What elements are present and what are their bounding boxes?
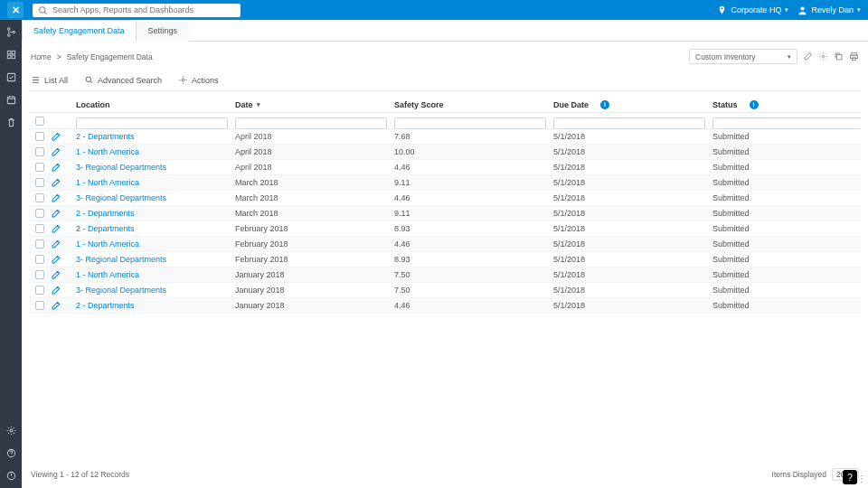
date-cell: March 2018 <box>235 178 394 187</box>
col-location[interactable]: Location <box>76 100 235 109</box>
list-all-button[interactable]: List All <box>31 75 68 85</box>
main-area: Safety Engagement DataSettings Home > Sa… <box>22 20 868 488</box>
info-icon[interactable]: i <box>600 100 609 109</box>
status-cell: Submitted <box>712 178 861 187</box>
user-menu[interactable]: Revely Dan ▾ <box>797 5 861 15</box>
row-checkbox[interactable] <box>35 270 44 279</box>
edit-row-icon[interactable] <box>51 286 76 296</box>
row-checkbox[interactable] <box>35 209 44 218</box>
edit-row-icon[interactable] <box>51 301 76 311</box>
location-link[interactable]: 2 - Departments <box>76 301 235 310</box>
filter-score[interactable] <box>394 117 546 129</box>
actions-button[interactable]: Actions <box>178 75 219 85</box>
nav-tasks-icon[interactable] <box>6 72 16 82</box>
chevron-down-icon: ▾ <box>785 6 788 14</box>
nav-power-icon[interactable] <box>6 471 16 481</box>
col-due-date[interactable]: Due Date i <box>553 100 712 109</box>
tab-safety-engagement-data[interactable]: Safety Engagement Data <box>22 20 137 42</box>
location-link[interactable]: 3- Regional Departments <box>76 255 235 264</box>
location-link[interactable]: 1 - North America <box>76 147 235 156</box>
nav-settings-icon[interactable] <box>6 426 16 436</box>
due-cell: 5/1/2018 <box>553 163 712 172</box>
search-input[interactable] <box>52 5 235 14</box>
global-search[interactable] <box>33 4 241 17</box>
location-link[interactable]: 1 - North America <box>76 239 235 249</box>
edit-row-icon[interactable] <box>51 239 76 249</box>
location-link[interactable]: 3- Regional Departments <box>76 163 235 172</box>
nav-calendar-icon[interactable] <box>6 95 16 105</box>
nav-trash-icon[interactable] <box>6 117 16 127</box>
table-row: 1 - North AmericaJanuary 20187.505/1/201… <box>29 267 861 283</box>
location-switcher[interactable]: Corporate HQ ▾ <box>717 5 788 15</box>
edit-row-icon[interactable] <box>51 209 76 219</box>
table-row: 2 - DepartmentsFebruary 20188.935/1/2018… <box>29 221 861 237</box>
nav-branch-icon[interactable] <box>6 27 16 37</box>
filter-status[interactable] <box>712 117 861 129</box>
edit-row-icon[interactable] <box>51 163 76 173</box>
location-link[interactable]: 3- Regional Departments <box>76 193 235 202</box>
actions-label: Actions <box>192 76 219 85</box>
row-checkbox[interactable] <box>35 224 44 233</box>
chevron-down-icon: ▾ <box>788 53 791 61</box>
status-cell: Submitted <box>712 193 861 202</box>
row-checkbox[interactable] <box>35 239 44 249</box>
row-checkbox[interactable] <box>35 132 44 141</box>
col-date[interactable]: Date▾ <box>235 100 394 109</box>
row-checkbox[interactable] <box>35 163 44 172</box>
score-cell: 8.93 <box>394 224 553 233</box>
edit-row-icon[interactable] <box>51 132 76 142</box>
filter-location[interactable] <box>76 117 228 129</box>
floating-menu-icon[interactable]: ⋮ <box>857 474 866 483</box>
due-cell: 5/1/2018 <box>553 209 712 218</box>
edit-row-icon[interactable] <box>51 193 76 203</box>
advanced-search-button[interactable]: Advanced Search <box>84 75 162 85</box>
location-link[interactable]: 1 - North America <box>76 270 235 279</box>
due-cell: 5/1/2018 <box>553 255 712 264</box>
table-row: 1 - North AmericaFebruary 20184.465/1/20… <box>29 237 861 252</box>
due-cell: 5/1/2018 <box>553 132 712 141</box>
location-link[interactable]: 3- Regional Departments <box>76 286 235 295</box>
col-status[interactable]: Status i <box>712 100 861 109</box>
info-icon[interactable]: i <box>750 100 759 109</box>
status-cell: Submitted <box>712 132 861 141</box>
svg-point-3 <box>7 28 9 30</box>
edit-row-icon[interactable] <box>51 255 76 265</box>
row-checkbox[interactable] <box>35 147 44 156</box>
row-checkbox[interactable] <box>35 301 44 310</box>
date-cell: January 2018 <box>235 301 394 310</box>
print-icon[interactable] <box>849 52 859 61</box>
gear-icon[interactable] <box>818 52 828 61</box>
location-link[interactable]: 2 - Departments <box>76 209 235 218</box>
svg-point-12 <box>10 429 13 432</box>
tab-settings[interactable]: Settings <box>137 20 190 42</box>
location-link[interactable]: 2 - Departments <box>76 224 235 233</box>
app-logo[interactable]: ✕ <box>7 2 24 18</box>
copy-icon[interactable] <box>834 52 844 61</box>
edit-row-icon[interactable] <box>51 224 76 234</box>
table-row: 1 - North AmericaMarch 20189.115/1/2018S… <box>29 175 861 191</box>
row-checkbox[interactable] <box>35 178 44 187</box>
edit-row-icon[interactable] <box>51 178 76 188</box>
breadcrumb-home[interactable]: Home <box>31 52 52 61</box>
filter-due[interactable] <box>553 117 705 129</box>
edit-row-icon[interactable] <box>51 270 76 280</box>
edit-icon[interactable] <box>803 52 813 61</box>
edit-row-icon[interactable] <box>51 147 76 157</box>
location-link[interactable]: 2 - Departments <box>76 132 235 141</box>
location-link[interactable]: 1 - North America <box>76 178 235 187</box>
nav-dashboard-icon[interactable] <box>6 50 16 60</box>
status-cell: Submitted <box>712 209 861 218</box>
row-checkbox[interactable] <box>35 193 44 202</box>
nav-help-icon[interactable] <box>6 448 16 458</box>
select-all-checkbox[interactable] <box>35 117 44 126</box>
due-cell: 5/1/2018 <box>553 178 712 187</box>
view-select[interactable]: Custom Inventory ▾ <box>689 49 797 64</box>
table-header: Location Date▾ Safety Score Due Date i S… <box>29 97 861 113</box>
col-safety-score[interactable]: Safety Score <box>394 100 553 109</box>
row-checkbox[interactable] <box>35 286 44 295</box>
svg-point-22 <box>182 79 184 81</box>
filter-date[interactable] <box>235 117 387 129</box>
page-tabs: Safety Engagement DataSettings <box>22 20 868 42</box>
row-checkbox[interactable] <box>35 255 44 264</box>
floating-help-icon[interactable]: ? <box>843 470 857 484</box>
